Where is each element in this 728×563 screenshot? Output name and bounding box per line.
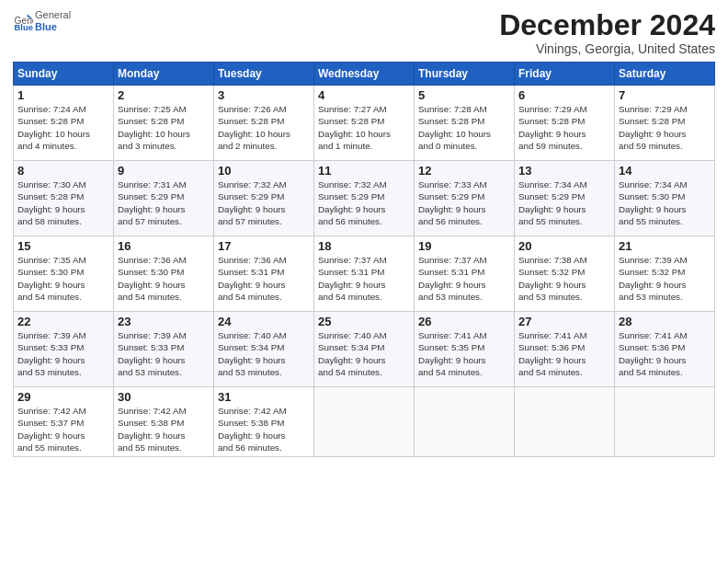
table-row: 18Sunrise: 7:37 AM Sunset: 5:31 PM Dayli… <box>314 236 415 312</box>
day-info: Sunrise: 7:37 AM Sunset: 5:31 PM Dayligh… <box>318 254 410 303</box>
svg-text:Blue: Blue <box>15 22 33 31</box>
day-number: 21 <box>619 239 711 253</box>
table-row: 16Sunrise: 7:36 AM Sunset: 5:30 PM Dayli… <box>114 236 214 312</box>
day-number: 2 <box>118 88 210 102</box>
table-row: 5Sunrise: 7:28 AM Sunset: 5:28 PM Daylig… <box>415 86 515 161</box>
table-row: 17Sunrise: 7:36 AM Sunset: 5:31 PM Dayli… <box>214 236 314 312</box>
day-info: Sunrise: 7:39 AM Sunset: 5:33 PM Dayligh… <box>17 329 109 378</box>
day-info: Sunrise: 7:30 AM Sunset: 5:28 PM Dayligh… <box>17 178 109 227</box>
logo-general: General <box>35 9 71 21</box>
table-row: 2Sunrise: 7:25 AM Sunset: 5:28 PM Daylig… <box>114 86 214 161</box>
day-number: 1 <box>17 88 109 102</box>
table-row: 4Sunrise: 7:27 AM Sunset: 5:28 PM Daylig… <box>314 86 415 161</box>
day-info: Sunrise: 7:24 AM Sunset: 5:28 PM Dayligh… <box>17 103 109 152</box>
col-header-thursday: Thursday <box>415 63 515 86</box>
table-row: 27Sunrise: 7:41 AM Sunset: 5:36 PM Dayli… <box>515 312 615 387</box>
logo-blue: Blue <box>35 21 71 33</box>
day-info: Sunrise: 7:28 AM Sunset: 5:28 PM Dayligh… <box>418 103 510 152</box>
day-info: Sunrise: 7:42 AM Sunset: 5:38 PM Dayligh… <box>118 405 210 454</box>
day-number: 7 <box>619 88 711 102</box>
day-number: 14 <box>619 164 711 178</box>
table-row: 22Sunrise: 7:39 AM Sunset: 5:33 PM Dayli… <box>14 312 114 387</box>
table-row: 10Sunrise: 7:32 AM Sunset: 5:29 PM Dayli… <box>214 161 314 236</box>
table-row: 9Sunrise: 7:31 AM Sunset: 5:29 PM Daylig… <box>114 161 214 236</box>
table-row: 3Sunrise: 7:26 AM Sunset: 5:28 PM Daylig… <box>214 86 314 161</box>
day-info: Sunrise: 7:32 AM Sunset: 5:29 PM Dayligh… <box>218 178 310 227</box>
day-info: Sunrise: 7:29 AM Sunset: 5:28 PM Dayligh… <box>518 103 610 152</box>
day-info: Sunrise: 7:32 AM Sunset: 5:29 PM Dayligh… <box>318 178 410 227</box>
table-row: 12Sunrise: 7:33 AM Sunset: 5:29 PM Dayli… <box>415 161 515 236</box>
day-number: 20 <box>518 239 610 253</box>
logo-text: General Blue <box>35 9 71 33</box>
day-info: Sunrise: 7:37 AM Sunset: 5:31 PM Dayligh… <box>418 254 510 303</box>
day-number: 4 <box>318 88 410 102</box>
day-info: Sunrise: 7:41 AM Sunset: 5:36 PM Dayligh… <box>518 329 610 378</box>
col-header-monday: Monday <box>114 63 214 86</box>
table-row: 21Sunrise: 7:39 AM Sunset: 5:32 PM Dayli… <box>615 236 715 312</box>
table-row: 13Sunrise: 7:34 AM Sunset: 5:29 PM Dayli… <box>515 161 615 236</box>
day-number: 17 <box>218 239 310 253</box>
day-info: Sunrise: 7:42 AM Sunset: 5:38 PM Dayligh… <box>218 405 310 454</box>
col-header-wednesday: Wednesday <box>314 63 415 86</box>
table-row: 29Sunrise: 7:42 AM Sunset: 5:37 PM Dayli… <box>14 387 114 457</box>
location-label: Vinings, Georgia, United States <box>499 41 715 56</box>
table-row: 20Sunrise: 7:38 AM Sunset: 5:32 PM Dayli… <box>515 236 615 312</box>
day-info: Sunrise: 7:34 AM Sunset: 5:30 PM Dayligh… <box>619 178 711 227</box>
table-row: 19Sunrise: 7:37 AM Sunset: 5:31 PM Dayli… <box>415 236 515 312</box>
table-row: 31Sunrise: 7:42 AM Sunset: 5:38 PM Dayli… <box>214 387 314 457</box>
day-number: 28 <box>619 315 711 328</box>
day-number: 23 <box>118 315 210 328</box>
day-info: Sunrise: 7:36 AM Sunset: 5:31 PM Dayligh… <box>218 254 310 303</box>
col-header-friday: Friday <box>515 63 615 86</box>
day-number: 9 <box>118 164 210 178</box>
col-header-tuesday: Tuesday <box>214 63 314 86</box>
title-block: December 2024 Vinings, Georgia, United S… <box>499 9 715 56</box>
month-year-title: December 2024 <box>499 9 715 41</box>
day-info: Sunrise: 7:42 AM Sunset: 5:37 PM Dayligh… <box>17 405 109 454</box>
logo: General Blue General Blue <box>13 9 71 33</box>
day-number: 11 <box>318 164 410 178</box>
table-row <box>615 387 715 457</box>
day-info: Sunrise: 7:25 AM Sunset: 5:28 PM Dayligh… <box>118 103 210 152</box>
day-info: Sunrise: 7:40 AM Sunset: 5:34 PM Dayligh… <box>318 329 410 378</box>
day-number: 30 <box>118 390 210 404</box>
header: General Blue General Blue December 2024 … <box>13 9 715 56</box>
table-row: 11Sunrise: 7:32 AM Sunset: 5:29 PM Dayli… <box>314 161 415 236</box>
calendar-table: SundayMondayTuesdayWednesdayThursdayFrid… <box>13 62 715 457</box>
day-number: 16 <box>118 239 210 253</box>
day-number: 10 <box>218 164 310 178</box>
table-row: 26Sunrise: 7:41 AM Sunset: 5:35 PM Dayli… <box>415 312 515 387</box>
day-number: 3 <box>218 88 310 102</box>
day-number: 31 <box>218 390 310 404</box>
table-row: 25Sunrise: 7:40 AM Sunset: 5:34 PM Dayli… <box>314 312 415 387</box>
table-row: 28Sunrise: 7:41 AM Sunset: 5:36 PM Dayli… <box>615 312 715 387</box>
day-info: Sunrise: 7:31 AM Sunset: 5:29 PM Dayligh… <box>118 178 210 227</box>
table-row: 8Sunrise: 7:30 AM Sunset: 5:28 PM Daylig… <box>14 161 114 236</box>
day-number: 8 <box>17 164 109 178</box>
day-info: Sunrise: 7:41 AM Sunset: 5:35 PM Dayligh… <box>418 329 510 378</box>
table-row: 1Sunrise: 7:24 AM Sunset: 5:28 PM Daylig… <box>14 86 114 161</box>
table-row: 24Sunrise: 7:40 AM Sunset: 5:34 PM Dayli… <box>214 312 314 387</box>
day-info: Sunrise: 7:34 AM Sunset: 5:29 PM Dayligh… <box>518 178 610 227</box>
table-row: 30Sunrise: 7:42 AM Sunset: 5:38 PM Dayli… <box>114 387 214 457</box>
day-info: Sunrise: 7:33 AM Sunset: 5:29 PM Dayligh… <box>418 178 510 227</box>
day-number: 25 <box>318 315 410 328</box>
page-container: General Blue General Blue December 2024 … <box>0 0 728 463</box>
day-number: 6 <box>518 88 610 102</box>
day-number: 18 <box>318 239 410 253</box>
day-info: Sunrise: 7:41 AM Sunset: 5:36 PM Dayligh… <box>619 329 711 378</box>
table-row <box>415 387 515 457</box>
col-header-saturday: Saturday <box>615 63 715 86</box>
day-number: 5 <box>418 88 510 102</box>
col-header-sunday: Sunday <box>14 63 114 86</box>
day-info: Sunrise: 7:38 AM Sunset: 5:32 PM Dayligh… <box>518 254 610 303</box>
day-info: Sunrise: 7:27 AM Sunset: 5:28 PM Dayligh… <box>318 103 410 152</box>
day-number: 13 <box>518 164 610 178</box>
table-row: 14Sunrise: 7:34 AM Sunset: 5:30 PM Dayli… <box>615 161 715 236</box>
table-row: 15Sunrise: 7:35 AM Sunset: 5:30 PM Dayli… <box>14 236 114 312</box>
day-info: Sunrise: 7:35 AM Sunset: 5:30 PM Dayligh… <box>17 254 109 303</box>
day-number: 19 <box>418 239 510 253</box>
day-info: Sunrise: 7:40 AM Sunset: 5:34 PM Dayligh… <box>218 329 310 378</box>
table-row: 6Sunrise: 7:29 AM Sunset: 5:28 PM Daylig… <box>515 86 615 161</box>
table-row: 23Sunrise: 7:39 AM Sunset: 5:33 PM Dayli… <box>114 312 214 387</box>
